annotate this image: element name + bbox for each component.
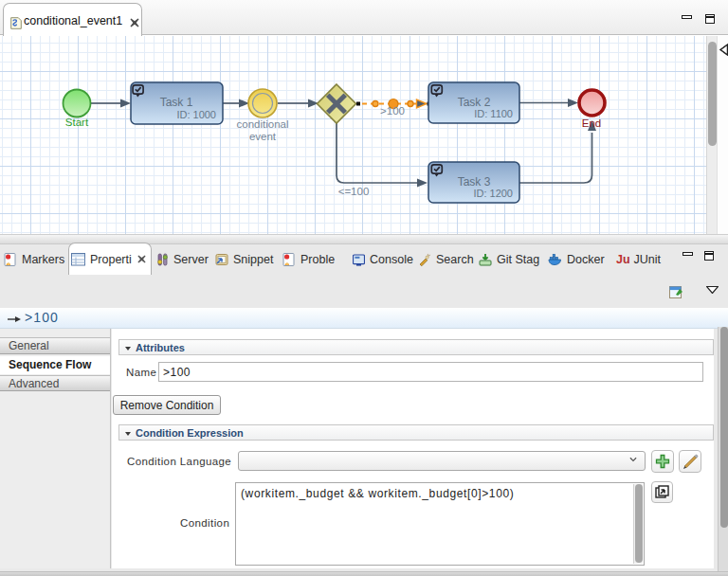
svg-text:Task 2: Task 2 (458, 96, 491, 109)
svg-text:>100: >100 (380, 105, 405, 117)
svg-text:event: event (249, 131, 277, 142)
svg-text:End: End (582, 117, 601, 129)
svg-text:ID: 1100: ID: 1100 (474, 108, 513, 119)
svg-text:ID: 1200: ID: 1200 (473, 188, 513, 199)
svg-text:Task 1: Task 1 (160, 96, 193, 109)
svg-text:<=100: <=100 (338, 186, 370, 197)
svg-text:ID: 1000: ID: 1000 (176, 109, 216, 120)
svg-text:conditional: conditional (237, 118, 289, 130)
svg-text:Start: Start (65, 117, 89, 128)
svg-text:Task 3: Task 3 (458, 175, 491, 189)
